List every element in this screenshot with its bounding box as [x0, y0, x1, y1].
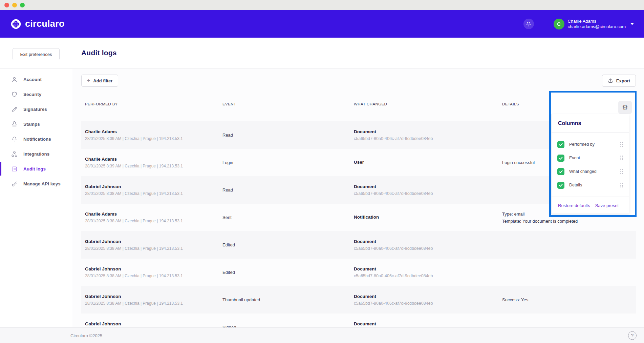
- drag-handle-icon[interactable]: [620, 183, 623, 187]
- performer-name: Gabriel Johnson: [85, 321, 222, 327]
- cell-what-changed: Document c5a65bd7-80a0-406c-af7d-9cdbdee…: [354, 286, 501, 314]
- key-icon: [11, 181, 18, 187]
- changed-id: c5a65bd7-80a0-406c-af7d-9cdbdee084eb: [354, 246, 501, 251]
- drag-handle-icon[interactable]: [620, 156, 623, 160]
- sidebar-item-security[interactable]: Security: [0, 87, 72, 102]
- maximize-window-button[interactable]: [20, 3, 25, 7]
- changed-type: Document: [354, 321, 501, 327]
- column-toggle-performed-by: Performed by: [552, 138, 629, 151]
- chevron-down-icon: [630, 23, 634, 27]
- sidebar-item-notifications[interactable]: Notifications: [0, 132, 72, 146]
- drag-handle-icon[interactable]: [620, 142, 623, 147]
- question-mark-icon: ?: [631, 333, 634, 338]
- event-label: Sent: [222, 214, 354, 221]
- notifications-bell-button[interactable]: [523, 19, 534, 29]
- checkbox-checked[interactable]: [557, 141, 564, 148]
- event-label: Edited: [222, 242, 354, 248]
- checkmark-icon: [559, 183, 563, 187]
- sidebar-item-label: Notifications: [23, 137, 51, 142]
- cell-performed-by: Gabriel Johnson 28/01/2025 8:38 AM | Cze…: [81, 176, 222, 204]
- cell-what-changed: Document c5a65bd7-80a0-406c-af7d-9cdbdee…: [354, 259, 501, 286]
- sidebar-item-label: Audit logs: [23, 166, 46, 172]
- circularo-logo[interactable]: circularo: [11, 19, 65, 29]
- minimize-window-button[interactable]: [12, 3, 17, 7]
- table-row: Gabriel Johnson Signed Document: [81, 314, 636, 328]
- user-info: Charlie Adams charlie.adams@circularo.co…: [568, 19, 626, 29]
- column-toggle-label: Details: [569, 183, 582, 187]
- gear-icon: ⚙: [622, 103, 628, 112]
- user-name: Charlie Adams: [568, 19, 626, 24]
- details-line: Success: Yes: [502, 296, 636, 303]
- restore-defaults-link[interactable]: Restore defaults: [558, 203, 590, 208]
- cell-event: Login: [222, 149, 354, 176]
- sidebar-item-label: Manage API keys: [23, 181, 61, 186]
- cell-performed-by: Gabriel Johnson 28/01/2025 8:38 AM | Cze…: [81, 231, 222, 259]
- cell-event: Edited: [222, 259, 354, 286]
- performer-meta: 28/01/2025 8:38 AM | Czechia | Prague | …: [85, 246, 222, 251]
- columns-popover: Columns Performed by Event: [551, 114, 629, 214]
- cell-event: Read: [222, 176, 354, 204]
- sidebar-item-label: Account: [23, 77, 42, 82]
- column-toggle-what-changed: What changed: [552, 165, 629, 178]
- event-label: Login: [222, 159, 354, 166]
- save-preset-link[interactable]: Save preset: [595, 203, 619, 208]
- drag-handle-icon[interactable]: [620, 169, 623, 174]
- exit-preferences-button[interactable]: Exit preferences: [13, 48, 60, 60]
- cell-performed-by: Charlie Adams 28/01/2025 8:39 AM | Czech…: [81, 149, 222, 176]
- export-label: Export: [616, 78, 630, 83]
- changed-type: User: [354, 159, 501, 165]
- changed-type: Document: [354, 128, 501, 135]
- close-window-button[interactable]: [4, 3, 9, 7]
- performer-name: Gabriel Johnson: [85, 183, 222, 190]
- header-actions: C Charlie Adams charlie.adams@circularo.…: [523, 19, 634, 29]
- toolbar: + Add filter Export: [81, 75, 636, 87]
- performer-name: Gabriel Johnson: [85, 266, 222, 272]
- circularo-logo-icon: [11, 19, 21, 29]
- sidebar-item-signatures[interactable]: Signatures: [0, 102, 72, 117]
- column-toggle-event: Event: [552, 151, 629, 165]
- details-line: Template: Your document is completed: [502, 218, 636, 225]
- sidebar-item-label: Security: [23, 92, 41, 97]
- column-header-event: EVENT: [222, 102, 354, 106]
- cell-performed-by: Gabriel Johnson 28/01/2025 8:38 AM | Cze…: [81, 286, 222, 314]
- help-button[interactable]: ?: [628, 331, 637, 340]
- sidebar-item-integrations[interactable]: Integrations: [0, 146, 72, 161]
- cell-details: [501, 259, 636, 286]
- performer-name: Charlie Adams: [85, 128, 222, 135]
- checkmark-icon: [559, 156, 563, 160]
- export-icon: [608, 78, 613, 83]
- changed-id: c5a65bd7-80a0-406c-af7d-9cdbdee084eb: [354, 273, 501, 279]
- checkbox-checked[interactable]: [557, 155, 564, 162]
- cell-performed-by: Gabriel Johnson: [81, 314, 222, 328]
- column-toggle-details: Details: [552, 178, 629, 192]
- sidebar-item-stamps[interactable]: Stamps: [0, 117, 72, 132]
- avatar: C: [554, 19, 564, 29]
- event-label: Edited: [222, 269, 354, 276]
- checkbox-checked[interactable]: [557, 168, 564, 175]
- performer-meta: 28/01/2025 8:39 AM | Czechia | Prague | …: [85, 163, 222, 169]
- bell-icon: [525, 21, 532, 27]
- user-menu[interactable]: C Charlie Adams charlie.adams@circularo.…: [554, 19, 634, 29]
- changed-type: Document: [354, 293, 501, 300]
- sidebar-item-audit-logs[interactable]: Audit logs: [0, 161, 72, 176]
- sidebar-nav: Account Security Signatures: [0, 68, 72, 191]
- sidebar-item-label: Stamps: [23, 122, 40, 127]
- column-settings-button[interactable]: ⚙: [618, 101, 632, 114]
- plus-icon: +: [87, 78, 90, 83]
- app-header: circularo C Charlie Adams charlie.adams@…: [0, 10, 644, 38]
- footer: Circularo ©2025 ?: [0, 327, 644, 343]
- event-label: Read: [222, 132, 354, 138]
- export-button[interactable]: Export: [602, 75, 636, 87]
- sidebar-item-account[interactable]: Account: [0, 72, 72, 87]
- cell-details: Success: Yes: [501, 286, 636, 314]
- checkbox-checked[interactable]: [557, 182, 564, 189]
- performer-meta: 28/01/2025 8:38 AM | Czechia | Prague | …: [85, 273, 222, 279]
- checkmark-icon: [559, 142, 563, 147]
- cell-what-changed: Document c5a65bd7-80a0-406c-af7d-9cdbdee…: [354, 176, 501, 204]
- shield-icon: [11, 91, 18, 98]
- sidebar-item-manage-api-keys[interactable]: Manage API keys: [0, 176, 72, 191]
- changed-type: Document: [354, 183, 501, 190]
- changed-id: c5a65bd7-80a0-406c-af7d-9cdbdee084eb: [354, 301, 501, 306]
- sitemap-icon: [11, 151, 18, 157]
- add-filter-button[interactable]: + Add filter: [81, 75, 118, 87]
